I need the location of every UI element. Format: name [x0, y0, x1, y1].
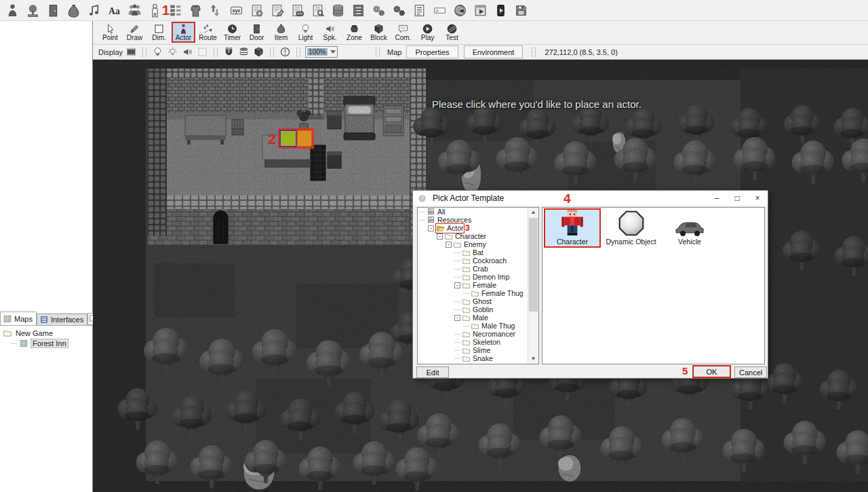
display-warning-toggle[interactable] — [279, 46, 292, 58]
music-button[interactable] — [85, 1, 102, 19]
equipment-button[interactable] — [186, 1, 204, 19]
category-all[interactable]: All — [418, 208, 538, 216]
variables-button[interactable]: xyz — [227, 1, 245, 19]
template-dynamic-object[interactable]: Dynamic Object — [603, 208, 660, 248]
work-area: PointDrawDim.ActorRouteTimerDoorItemLigh… — [93, 21, 868, 492]
category-demon-imp[interactable]: Demon Imp — [418, 273, 538, 281]
map-canvas[interactable]: 2 Please click where you'd like to place… — [93, 60, 868, 492]
display-dotted-square-toggle[interactable] — [196, 46, 209, 58]
team-button[interactable] — [125, 1, 143, 19]
script-controls-icon — [290, 3, 304, 18]
script-search-button[interactable] — [309, 1, 326, 19]
actor-button[interactable] — [3, 1, 21, 19]
category-cockroach[interactable]: Cockroach — [418, 257, 538, 265]
tool-item[interactable]: Item — [269, 22, 293, 43]
tab-interfaces[interactable]: Interfaces — [37, 314, 87, 325]
maximize-button[interactable]: □ — [727, 191, 747, 206]
display-spotlight-toggle[interactable] — [166, 46, 179, 58]
scroll-down-icon[interactable]: ▼ — [528, 354, 538, 364]
category-snake[interactable]: Snake — [418, 354, 538, 362]
map-tree-button[interactable] — [24, 1, 41, 19]
category-male[interactable]: -Male — [418, 314, 538, 322]
switches-button[interactable] — [207, 1, 224, 19]
settings-gears-button[interactable] — [370, 1, 387, 19]
category-enemy[interactable]: -Enemy — [418, 240, 538, 248]
script-gear-button[interactable] — [248, 1, 265, 19]
svg-text:2: 2 — [268, 131, 276, 147]
publish-sphere-button[interactable] — [451, 1, 469, 19]
tool-com[interactable]: Com. — [391, 22, 415, 43]
body-button[interactable] — [146, 1, 163, 19]
tool-test[interactable]: Test — [440, 22, 464, 43]
tool-point[interactable]: Point — [98, 22, 122, 43]
tool-spk[interactable]: Spk. — [318, 22, 342, 43]
category-male-thug[interactable]: Male Thug — [418, 322, 538, 330]
font-button[interactable]: Aa — [105, 1, 123, 19]
tool-light[interactable]: Light — [294, 22, 317, 43]
category-bat[interactable]: Bat — [418, 248, 538, 257]
tool-block[interactable]: Block — [367, 22, 391, 43]
collapse-icon[interactable]: - — [446, 242, 452, 248]
separator — [296, 48, 300, 57]
mobile-export-button[interactable] — [492, 1, 509, 19]
template-character[interactable]: Character — [544, 208, 601, 248]
tool-zone[interactable]: Zone — [342, 22, 366, 43]
system-gears-button[interactable] — [390, 1, 408, 19]
category-female[interactable]: -Female — [418, 281, 538, 289]
category-slime[interactable]: Slime — [418, 346, 538, 354]
game-editor-window: AaxyzA MapsInterfaces New GameForest Inn… — [0, 0, 868, 492]
minimize-button[interactable]: – — [707, 191, 727, 206]
tool-play[interactable]: Play — [416, 22, 439, 43]
ok-button[interactable]: OK — [692, 365, 731, 378]
document-button[interactable] — [410, 1, 428, 19]
display-film-toggle[interactable] — [125, 46, 138, 58]
category-character[interactable]: -Character — [418, 232, 538, 240]
category-female-thug[interactable]: Female Thug — [418, 289, 538, 297]
project-tree-item[interactable]: Forest Inn — [0, 338, 92, 348]
tool-door[interactable]: Door — [245, 22, 269, 43]
collapse-icon[interactable]: - — [437, 233, 443, 240]
display-block-toggle[interactable] — [252, 46, 265, 58]
input-field-button[interactable]: A — [431, 1, 448, 19]
save-button[interactable] — [512, 1, 530, 19]
category-goblin[interactable]: Goblin — [418, 305, 538, 314]
category-actor[interactable]: -Actor3 — [418, 224, 538, 232]
tool-actor[interactable]: Actor — [172, 22, 195, 43]
category-necromancer[interactable]: Necromancer — [418, 330, 538, 338]
door-button[interactable] — [44, 1, 62, 19]
tool-route[interactable]: Route — [196, 22, 220, 43]
properties-button[interactable]: Properties — [406, 45, 458, 58]
category-crab[interactable]: Crab — [418, 265, 538, 273]
scroll-up-icon[interactable]: ▲ — [528, 208, 538, 217]
tree-scrollbar[interactable]: ▲ ▼ — [528, 208, 538, 364]
dialog-titlebar[interactable]: Pick Actor Template – □ × — [413, 191, 768, 206]
scrollbar-thumb[interactable] — [529, 218, 538, 311]
close-button[interactable]: × — [747, 191, 768, 206]
template-vehicle[interactable]: Vehicle — [661, 208, 718, 248]
script-controls-button[interactable] — [288, 1, 306, 19]
collapse-icon[interactable]: - — [454, 315, 460, 321]
database-button[interactable] — [329, 1, 347, 19]
tool-timer[interactable]: Timer — [220, 22, 244, 43]
document-icon — [412, 3, 427, 18]
display-speaker-toggle[interactable] — [181, 46, 194, 58]
category-ghost[interactable]: Ghost — [418, 297, 538, 305]
display-bulb-toggle[interactable] — [151, 46, 164, 58]
tool-draw[interactable]: Draw — [123, 22, 146, 43]
tab-maps[interactable]: Maps — [0, 311, 37, 325]
money-bag-button[interactable] — [64, 1, 82, 19]
collapse-icon[interactable]: - — [454, 282, 460, 288]
environment-button[interactable]: Environment — [464, 45, 524, 58]
category-skeleton[interactable]: Skeleton — [418, 338, 538, 346]
archive-button[interactable] — [349, 1, 367, 19]
run-window-button[interactable] — [471, 1, 489, 19]
cancel-button[interactable]: Cancel — [734, 366, 767, 378]
zoom-select[interactable]: 100% — [305, 46, 338, 58]
display-layers-toggle[interactable] — [237, 46, 250, 58]
edit-button[interactable]: Edit — [416, 366, 449, 378]
project-tree-item[interactable]: New Game — [0, 328, 92, 338]
script-edit-button[interactable] — [268, 1, 285, 19]
collapse-icon[interactable]: - — [428, 225, 434, 231]
display-magnet-toggle[interactable] — [222, 46, 235, 58]
tool-dim[interactable]: Dim. — [147, 22, 171, 43]
